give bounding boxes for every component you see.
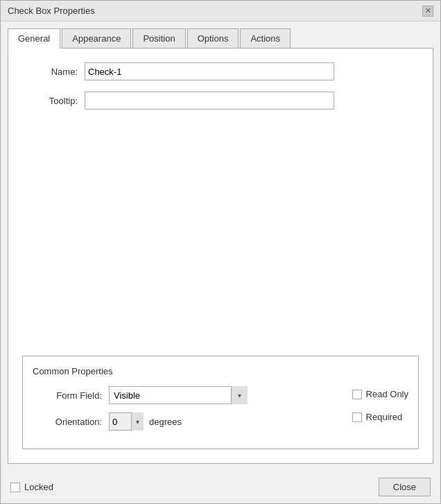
tab-general[interactable]: General <box>8 28 60 49</box>
required-row: Required <box>352 412 408 422</box>
form-field-select[interactable]: Visible Hidden No Print No View <box>109 386 248 404</box>
common-properties-panel: Common Properties Form Field: Visible Hi… <box>22 356 419 449</box>
orientation-select[interactable]: 0 90 180 270 <box>109 412 144 431</box>
tooltip-label: Tooltip: <box>22 96 78 106</box>
name-label: Name: <box>22 67 78 77</box>
main-content: General Appearance Position Options Acti… <box>1 21 440 471</box>
common-properties-title: Common Properties <box>33 366 408 376</box>
required-checkbox[interactable] <box>352 412 362 422</box>
orientation-row: Orientation: 0 90 180 270 ▾ degree <box>33 412 338 431</box>
tab-position[interactable]: Position <box>132 28 185 48</box>
orientation-select-wrapper: 0 90 180 270 ▾ <box>109 412 144 431</box>
bottom-bar: Locked Close <box>1 471 440 503</box>
locked-row: Locked <box>10 482 53 492</box>
right-checkboxes: Read Only Required <box>352 386 408 422</box>
form-field-select-wrapper: Visible Hidden No Print No View ▾ <box>109 386 248 404</box>
read-only-checkbox[interactable] <box>352 390 362 399</box>
window-title: Check Box Properties <box>8 6 95 16</box>
common-fields-row: Form Field: Visible Hidden No Print No V… <box>33 386 408 439</box>
name-input[interactable] <box>85 62 334 80</box>
degrees-label: degrees <box>149 417 182 427</box>
form-field-row: Form Field: Visible Hidden No Print No V… <box>33 386 338 404</box>
read-only-row: Read Only <box>352 389 408 399</box>
window: Check Box Properties ✕ General Appearanc… <box>0 0 441 504</box>
close-button[interactable]: Close <box>379 478 431 496</box>
tab-appearance[interactable]: Appearance <box>62 28 131 48</box>
tooltip-input[interactable] <box>85 92 334 110</box>
required-label: Required <box>366 412 403 422</box>
tab-bar: General Appearance Position Options Acti… <box>8 28 433 49</box>
tooltip-field-row: Tooltip: <box>22 92 419 110</box>
tab-options[interactable]: Options <box>187 28 239 48</box>
left-fields: Form Field: Visible Hidden No Print No V… <box>33 386 338 439</box>
read-only-label: Read Only <box>366 389 408 399</box>
title-bar: Check Box Properties ✕ <box>1 1 440 21</box>
locked-checkbox[interactable] <box>10 483 20 492</box>
tab-actions[interactable]: Actions <box>240 28 291 48</box>
form-field-label: Form Field: <box>33 390 102 401</box>
tab-content-general: Name: Tooltip: Common Properties Form Fi… <box>8 49 433 464</box>
close-icon[interactable]: ✕ <box>422 6 433 17</box>
name-field-row: Name: <box>22 62 419 80</box>
locked-label: Locked <box>24 482 53 492</box>
orientation-label: Orientation: <box>33 417 102 427</box>
